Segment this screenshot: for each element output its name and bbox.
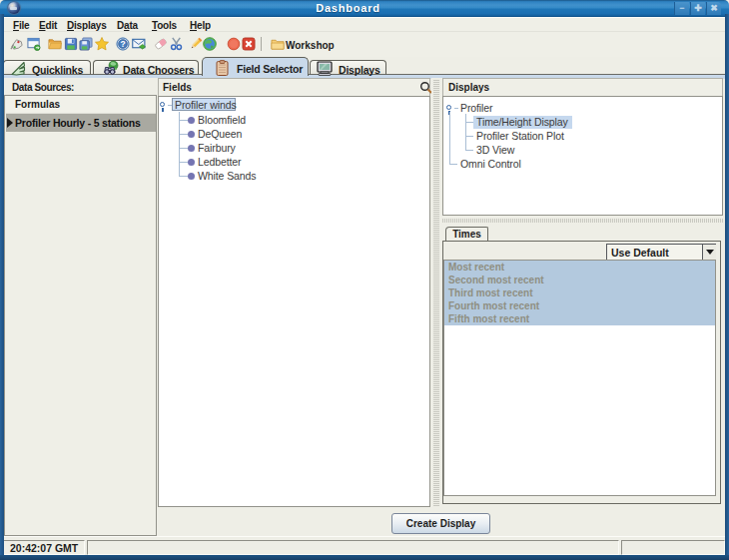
svg-text:?: ? (120, 39, 125, 49)
